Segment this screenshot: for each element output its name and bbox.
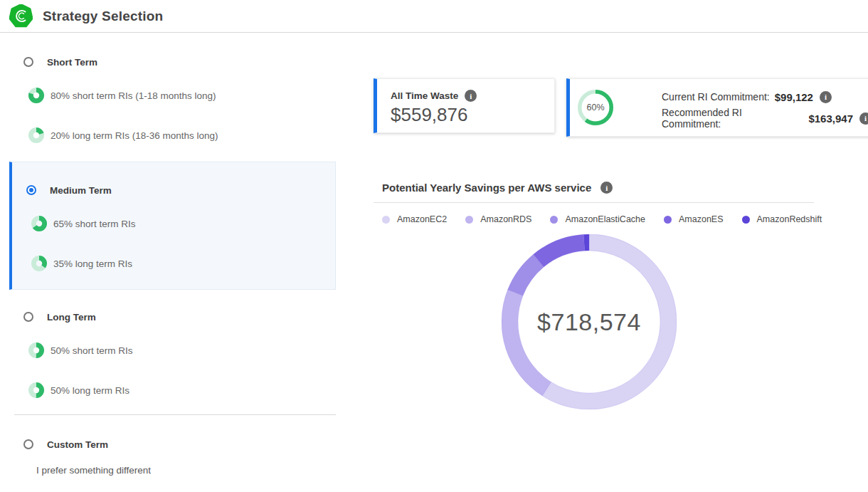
strategy-option: 65% short term RIs [12, 215, 335, 232]
info-icon[interactable]: i [820, 91, 832, 103]
percent-ring-icon [31, 256, 47, 271]
legend-label: AmazonEC2 [397, 214, 447, 224]
coverage-ring: 60% [578, 90, 613, 125]
custom-term-description: I prefer something different [9, 463, 336, 477]
short-term-radio[interactable] [23, 57, 33, 67]
current-commitment-row: Current RI Commitment: $99,122 i [662, 90, 868, 105]
legend-dot-icon [664, 216, 672, 224]
legend-dot-icon [742, 216, 750, 224]
strategy-option: 35% long term RIs [12, 255, 335, 272]
medium-term-radio[interactable] [26, 185, 36, 195]
percent-ring-icon [28, 127, 44, 143]
option-label: 65% short term RIs [53, 219, 136, 229]
legend-label: AmazonRedshift [757, 214, 822, 224]
current-commitment-value: $99,122 [775, 91, 813, 103]
savings-chart-title: Potential Yearly Savings per AWS service [382, 182, 591, 194]
savings-chart-header: Potential Yearly Savings per AWS service… [382, 182, 613, 194]
option-label: 35% long term RIs [53, 258, 132, 269]
strategy-option: 20% long term RIs (18-36 months long) [9, 127, 336, 144]
legend-label: AmazonRDS [480, 214, 531, 224]
option-label: 80% short term RIs (1-18 months long) [51, 90, 216, 101]
strategy-short-term-header[interactable]: Short Term [9, 53, 336, 70]
strategy-label: Custom Term [47, 439, 108, 450]
legend-label: AmazonES [679, 214, 724, 224]
coverage-percent-label: 60% [578, 90, 613, 125]
legend-item-AmazonRDS[interactable]: AmazonRDS [465, 214, 531, 224]
all-time-waste-card: All Time Waste i $559,876 [374, 78, 555, 133]
savings-donut-chart: $718,574 [502, 234, 677, 409]
legend-dot-icon [465, 216, 473, 224]
legend-item-AmazonElastiCache[interactable]: AmazonElastiCache [550, 214, 645, 224]
recommended-commitment-value: $163,947 [808, 112, 853, 125]
long-term-radio[interactable] [23, 312, 33, 322]
page-title: Strategy Selection [43, 9, 163, 24]
option-label: 20% long term RIs (18-36 months long) [51, 130, 218, 141]
divider [14, 414, 336, 415]
custom-term-radio[interactable] [23, 439, 33, 449]
chart-legend: AmazonEC2AmazonRDSAmazonElastiCacheAmazo… [382, 214, 822, 224]
waste-card-value: $559,876 [391, 104, 554, 126]
current-commitment-label: Current RI Commitment: [662, 91, 770, 103]
recommended-commitment-row: Recommended RI Commitment: $163,947 i [662, 111, 868, 126]
option-label: 50% short term RIs [51, 345, 133, 356]
strategy-selection-page: Strategy Selection Short Term 80% short … [0, 0, 868, 492]
strategy-short-term: Short Term 80% short term RIs (1-18 mont… [9, 53, 336, 144]
option-label: 50% long term RIs [51, 385, 129, 396]
strategy-medium-term-header[interactable]: Medium Term [12, 182, 335, 199]
legend-item-AmazonRedshift[interactable]: AmazonRedshift [742, 214, 822, 224]
strategy-option: 50% long term RIs [9, 382, 336, 399]
ri-commitment-card: 60% Current RI Commitment: $99,122 i Rec… [566, 78, 868, 137]
divider [374, 202, 814, 203]
strategy-custom-term: Custom Term I prefer something different [9, 436, 336, 477]
percent-ring-icon [28, 342, 44, 358]
legend-item-AmazonES[interactable]: AmazonES [664, 214, 724, 224]
percent-ring-icon [31, 216, 47, 231]
strategy-list: Short Term 80% short term RIs (1-18 mont… [9, 33, 336, 477]
legend-dot-icon [382, 216, 390, 224]
percent-ring-icon [28, 88, 44, 103]
strategy-label: Long Term [47, 312, 96, 323]
info-icon[interactable]: i [465, 90, 477, 102]
donut-center-total: $718,574 [502, 234, 677, 409]
waste-card-title: All Time Waste [391, 90, 458, 101]
strategy-option: 50% short term RIs [9, 342, 336, 359]
strategy-label: Medium Term [50, 185, 112, 196]
info-icon[interactable]: i [859, 112, 868, 125]
recommended-commitment-label: Recommended RI Commitment: [662, 107, 803, 130]
legend-label: AmazonElastiCache [565, 214, 645, 224]
info-icon[interactable]: i [600, 182, 613, 194]
page-header: Strategy Selection [0, 0, 868, 33]
percent-ring-icon [28, 382, 44, 398]
strategy-custom-term-header[interactable]: Custom Term [9, 436, 336, 453]
legend-item-AmazonEC2[interactable]: AmazonEC2 [382, 214, 447, 224]
strategy-long-term-header[interactable]: Long Term [9, 308, 336, 325]
strategy-label: Short Term [47, 57, 97, 68]
strategy-medium-term: Medium Term 65% short term RIs 35% long … [9, 162, 336, 290]
strategy-long-term: Long Term 50% short term RIs 50% long te… [9, 308, 336, 399]
legend-dot-icon [550, 216, 558, 224]
cloudcheckr-logo-icon [9, 4, 33, 28]
strategy-option: 80% short term RIs (1-18 months long) [9, 87, 336, 104]
